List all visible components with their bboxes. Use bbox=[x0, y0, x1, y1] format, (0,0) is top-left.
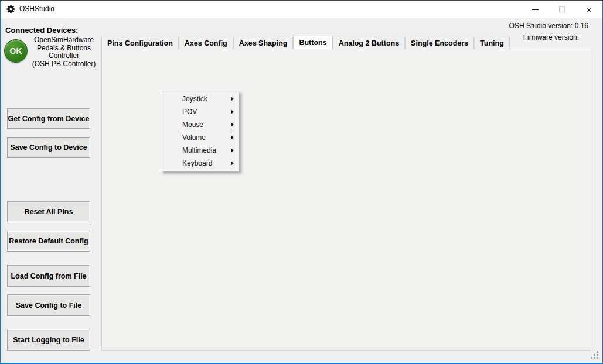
menu-item-label: Multimedia bbox=[182, 146, 216, 154]
submenu-arrow-icon bbox=[231, 135, 234, 140]
start-logging-to-file-button[interactable]: Start Logging to File bbox=[7, 329, 90, 351]
save-config-to-device-button[interactable]: Save Config to Device bbox=[7, 137, 90, 158]
reset-all-pins-button[interactable]: Reset All Pins bbox=[7, 201, 90, 222]
button-function-context-menu: JoystickPOVMouseVolumeMultimediaKeyboard bbox=[161, 91, 239, 171]
tab-tuning[interactable]: Tuning bbox=[474, 37, 510, 49]
menu-item-pov[interactable]: POV bbox=[161, 105, 239, 118]
menu-item-joystick[interactable]: Joystick bbox=[161, 92, 239, 105]
get-config-from-device-button[interactable]: Get Config from Device bbox=[7, 108, 90, 129]
close-icon: × bbox=[587, 5, 592, 15]
menu-item-multimedia[interactable]: Multimedia bbox=[161, 144, 239, 157]
submenu-arrow-icon bbox=[231, 122, 234, 127]
tab-strip: Pins ConfigurationAxes ConfigAxes Shapin… bbox=[101, 36, 510, 49]
submenu-arrow-icon bbox=[231, 148, 234, 153]
menu-item-label: Volume bbox=[182, 133, 206, 142]
menu-item-mouse[interactable]: Mouse bbox=[161, 118, 239, 131]
close-button[interactable]: × bbox=[575, 1, 602, 18]
window-title: OSHStudio bbox=[19, 5, 54, 13]
menu-item-keyboard[interactable]: Keyboard bbox=[161, 157, 239, 170]
tab-buttons[interactable]: Buttons bbox=[293, 36, 332, 49]
studio-version-label: OSH Studio version: 0.16 bbox=[509, 20, 588, 32]
tab-single-encoders[interactable]: Single Encoders bbox=[405, 37, 474, 49]
gear-icon bbox=[6, 5, 15, 13]
tab-analog-2-buttons[interactable]: Analog 2 Buttons bbox=[333, 37, 405, 49]
save-config-to-file-button[interactable]: Save Config to File bbox=[7, 294, 90, 316]
version-info: OSH Studio version: 0.16 Firmware versio… bbox=[509, 20, 588, 43]
sidebar: Connected Devices: OK OpenSimHardwarePed… bbox=[1, 18, 101, 364]
minimize-button[interactable] bbox=[522, 1, 549, 18]
sidebar-buttons: Get Config from DeviceSave Config to Dev… bbox=[1, 18, 101, 364]
minimize-icon bbox=[532, 9, 539, 10]
maximize-button bbox=[549, 1, 575, 18]
firmware-version-label: Firmware version: bbox=[509, 32, 588, 43]
maximize-icon bbox=[559, 6, 565, 12]
submenu-arrow-icon bbox=[231, 161, 234, 166]
tab-axes-config[interactable]: Axes Config bbox=[179, 37, 233, 49]
menu-item-label: POV bbox=[182, 108, 197, 116]
submenu-arrow-icon bbox=[231, 97, 234, 101]
submenu-arrow-icon bbox=[231, 109, 234, 114]
menu-item-label: Keyboard bbox=[182, 159, 212, 167]
app-window: OSHStudio × OSH Studio version: 0.16 Fir… bbox=[0, 0, 603, 364]
tab-axes-shaping[interactable]: Axes Shaping bbox=[233, 37, 294, 49]
menu-item-label: Joystick bbox=[182, 95, 207, 103]
menu-item-volume[interactable]: Volume bbox=[161, 131, 239, 144]
resize-grip-icon[interactable] bbox=[597, 357, 598, 359]
restore-default-config-button[interactable]: Restore Default Config bbox=[7, 231, 90, 252]
menu-item-label: Mouse bbox=[182, 121, 203, 129]
load-config-from-file-button[interactable]: Load Config from File bbox=[7, 265, 90, 287]
tab-pins-configuration[interactable]: Pins Configuration bbox=[101, 37, 179, 49]
title-bar[interactable]: OSHStudio × bbox=[1, 1, 602, 18]
